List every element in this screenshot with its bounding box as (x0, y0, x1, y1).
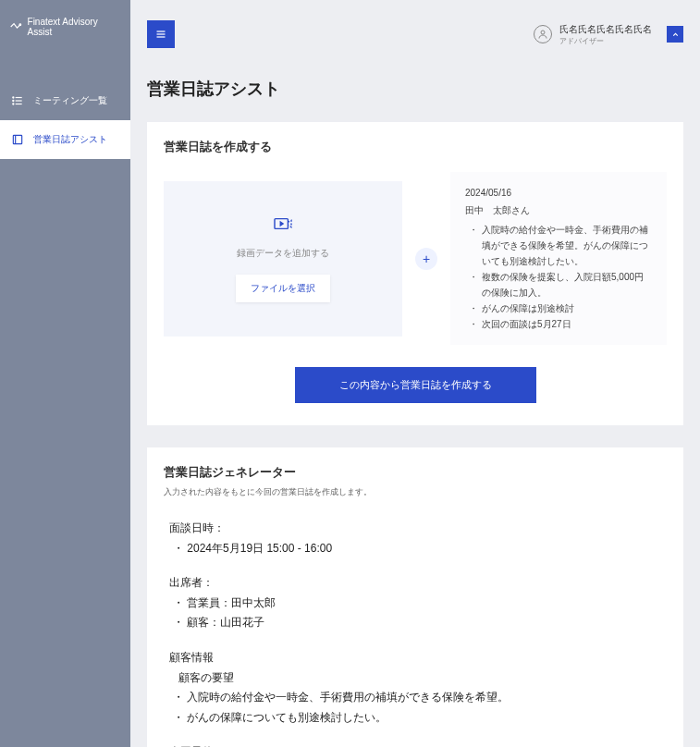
brand-logo-icon (9, 20, 22, 33)
upload-dropzone[interactable]: 録画データを追加する ファイルを選択 (164, 181, 402, 337)
report-value: ・ 営業員：田中太郎 (169, 594, 661, 614)
report-label-customer-info: 顧客情報 (169, 648, 661, 668)
info-customer-name: 田中 太郎さん (465, 202, 652, 218)
generator-title: 営業日誌ジェネレーター (164, 464, 667, 481)
brand-text: Finatext Advisory Assist (28, 17, 121, 37)
main: 氏名氏名氏名氏名氏名 アドバイザー 営業日誌アシスト 営業日誌を作成する 録画デ… (130, 0, 700, 747)
create-title: 営業日誌を作成する (164, 139, 667, 155)
svg-point-6 (13, 104, 14, 104)
hamburger-icon (155, 29, 166, 40)
report-label-next: 次回予約 (169, 742, 661, 747)
topbar: 氏名氏名氏名氏名氏名 アドバイザー (130, 0, 700, 68)
avatar (534, 25, 552, 43)
nav-item-assist[interactable]: 営業日誌アシスト (0, 120, 130, 159)
chevron-up-icon (671, 31, 680, 39)
report-body: 面談日時： ・ 2024年5月19日 15:00 - 16:00 出席者： ・ … (164, 511, 667, 747)
nav-label: 営業日誌アシスト (33, 133, 107, 146)
nav: ミーティング一覧 営業日誌アシスト (0, 81, 130, 159)
sidebar: Finatext Advisory Assist ミーティング一覧 営業日誌アシ… (0, 0, 130, 747)
svg-point-12 (541, 31, 545, 34)
info-bullet: 次回の面談は5月27日 (473, 316, 652, 332)
generator-subtitle: 入力された内容をもとに今回の営業日誌を作成します。 (164, 486, 667, 498)
report-value: ・ 入院時の給付金や一時金、手術費用の補填ができる保険を希望。 (169, 688, 661, 708)
video-icon (273, 215, 293, 232)
info-bullet: がんの保障は別途検討 (473, 300, 652, 316)
info-bullet: 複数の保険を提案し、入院日額5,000円の保険に加入。 (473, 269, 652, 300)
info-bullet: 入院時の給付金や一時金、手術費用の補填ができる保険を希望。がんの保障についても別… (473, 222, 652, 269)
svg-point-5 (13, 100, 14, 101)
page-title: 営業日誌アシスト (147, 78, 683, 100)
user-block: 氏名氏名氏名氏名氏名 アドバイザー (534, 23, 683, 46)
report-value: ・ 顧客：山田花子 (169, 613, 661, 633)
report-sublabel: 顧客の要望 (169, 668, 661, 689)
add-button[interactable]: + (415, 248, 437, 270)
brand: Finatext Advisory Assist (0, 0, 130, 54)
journal-icon (11, 133, 24, 146)
nav-item-meetings[interactable]: ミーティング一覧 (0, 81, 130, 120)
svg-point-4 (13, 97, 14, 98)
report-value: ・ がんの保障についても別途検討したい。 (169, 708, 661, 729)
report-value: ・ 2024年5月19日 15:00 - 16:00 (169, 539, 661, 559)
info-box: 2024/05/16 田中 太郎さん 入院時の給付金や一時金、手術費用の補填がで… (450, 172, 667, 345)
create-submit-button[interactable]: この内容から営業日誌を作成する (295, 367, 536, 403)
info-list: 入院時の給付金や一時金、手術費用の補填ができる保険を希望。がんの保障についても別… (465, 222, 652, 332)
menu-toggle-button[interactable] (147, 20, 175, 48)
create-panel: 営業日誌を作成する 録画データを追加する ファイルを選択 + 2024/05/1… (147, 122, 683, 425)
svg-point-0 (19, 24, 21, 26)
nav-label: ミーティング一覧 (33, 94, 107, 107)
list-icon (11, 94, 24, 107)
svg-rect-7 (13, 135, 21, 143)
svg-marker-14 (280, 222, 283, 226)
upload-text: 録画データを追加する (237, 247, 329, 260)
info-date: 2024/05/16 (465, 185, 652, 201)
generator-panel: 営業日誌ジェネレーター 入力された内容をもとに今回の営業日誌を作成します。 面談… (147, 447, 683, 747)
user-name: 氏名氏名氏名氏名氏名 (559, 23, 652, 36)
report-label-attendees: 出席者： (169, 573, 661, 594)
user-menu-toggle[interactable] (667, 26, 683, 43)
report-label-datetime: 面談日時： (169, 519, 661, 539)
user-icon (537, 29, 548, 40)
user-role: アドバイザー (559, 36, 652, 46)
file-select-button[interactable]: ファイルを選択 (236, 275, 330, 302)
